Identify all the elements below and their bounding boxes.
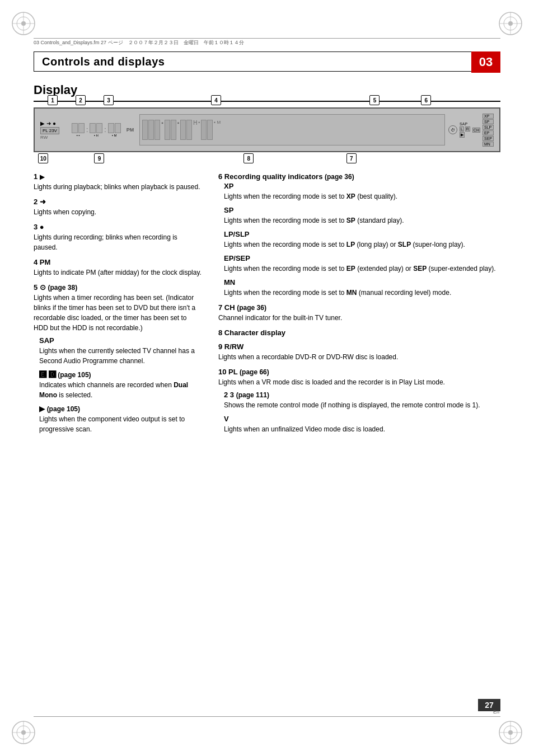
- corner-decoration-tr: [497, 10, 524, 37]
- callout-6: 6: [421, 95, 431, 105]
- callout-3: 3: [104, 95, 114, 105]
- section-title: Controls and displays: [42, 55, 165, 68]
- corner-decoration-tl: [10, 10, 37, 37]
- header-text: 03 Controls_and_Displays.fm 27 ページ ２００７年…: [34, 39, 244, 46]
- callout-row-top: 1 2 3 4 5 6: [34, 95, 500, 106]
- desc-col-right: 6 Recording quality indicators (page 36)…: [218, 172, 500, 440]
- callout-7: 7: [346, 153, 357, 163]
- desc-item-1: 1 ▶ Lights during playback; blinks when …: [34, 172, 202, 192]
- corner-decoration-br: [497, 719, 524, 746]
- desc-col-left: 1 ▶ Lights during playback; blinks when …: [34, 172, 202, 440]
- callout-4: 4: [211, 95, 221, 105]
- callout-10: 10: [38, 153, 48, 163]
- desc-item-9: 9 R/RW Lights when a recordable DVD-R or…: [218, 342, 500, 362]
- lcd-display: ▶ ➜ ● PL 23V RW ▪ ▪ :: [34, 107, 500, 152]
- desc-item-6: 6 Recording quality indicators (page 36)…: [218, 172, 500, 298]
- desc-item-4: 4 PM Lights to indicate PM (after midday…: [34, 258, 202, 278]
- desc-subitem-xp: XP Lights when the recording mode is set…: [218, 182, 500, 201]
- desc-subitem-lpslp: LP/SLP Lights when the recording mode is…: [218, 230, 500, 250]
- desc-item-10: 10 PL (page 66) Lights when a VR mode di…: [218, 368, 500, 434]
- desc-subitem-prog: ▶ (page 105) Lights when the component v…: [34, 405, 202, 434]
- callout-8: 8: [243, 153, 254, 163]
- desc-subitem-lr: 🅴 🅳 (page 105) Indicates which channels …: [34, 370, 202, 400]
- character-display: ▪ ▪ H ▪ ▪ M: [139, 114, 445, 145]
- page-lang: En: [493, 709, 499, 715]
- desc-subitem-mn: MN Lights when the recording mode is set…: [218, 278, 500, 298]
- desc-subitem-23: 2 3 (page 111) Shows the remote control …: [218, 391, 500, 410]
- desc-item-5: 5 ⊙ (page 38) Lights when a timer record…: [34, 283, 202, 434]
- description-columns: 1 ▶ Lights during playback; blinks when …: [34, 172, 500, 440]
- page-header: 03 Controls_and_Displays.fm 27 ページ ２００７年…: [34, 38, 500, 46]
- desc-item-8: 8 Character display: [218, 328, 500, 337]
- desc-item-7: 7 CH (page 36) Channel indicator for the…: [218, 303, 500, 323]
- desc-subitem-sp: SP Lights when the recording mode is set…: [218, 206, 500, 226]
- display-diagram-wrapper: 1 2 3 4 5 6 ▶ ➜ ● PL 23V RW: [34, 107, 500, 152]
- callout-1: 1: [48, 95, 58, 105]
- section-number: 03: [471, 51, 500, 73]
- desc-subitem-epsep: EP/SEP Lights when the recording mode is…: [218, 254, 500, 274]
- desc-item-2: 2 ➜ Lights when copying.: [34, 198, 202, 217]
- section-header: Controls and displays 03: [34, 51, 500, 72]
- corner-decoration-bl: [10, 719, 37, 746]
- callout-2: 2: [76, 95, 86, 105]
- desc-subitem-v: V Lights when an unfinalized Video mode …: [218, 415, 500, 434]
- bottom-line: [34, 716, 500, 717]
- callout-row-bottom: 10 9 8 7: [34, 153, 500, 165]
- callout-5: 5: [369, 95, 380, 105]
- desc-item-3: 3 ● Lights during recording; blinks when…: [34, 223, 202, 252]
- desc-subitem-sap: SAP Lights when the currently selected T…: [34, 336, 202, 366]
- lcd-left: ▶ ➜ ● PL 23V RW: [40, 120, 68, 140]
- display-section: Display 1 2 3 4 5 6 ▶ ➜ ● PL 23V RW: [34, 83, 500, 440]
- callout-9: 9: [94, 153, 104, 163]
